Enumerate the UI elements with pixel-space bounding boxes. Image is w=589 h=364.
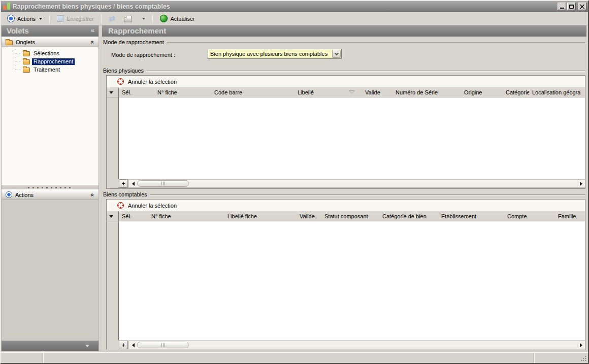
column-header-sel[interactable]: Sél. (119, 212, 148, 221)
column-header-origine[interactable]: Origine (461, 88, 503, 97)
horizontal-scrollbar[interactable] (128, 179, 585, 188)
toolbar-separator (110, 202, 110, 210)
refresh-button[interactable]: Actualiser (156, 13, 199, 24)
sidebar-group-onglets[interactable]: Onglets « (2, 37, 99, 47)
row-header-column (107, 97, 119, 179)
tree-item-selections[interactable]: Sélections (2, 49, 99, 57)
mode-group-label: Mode de rapprochement (103, 39, 585, 45)
physical-assets-grid: Annuler la sélection Sél. N° fiche Code … (106, 75, 585, 189)
maximize-icon (569, 5, 574, 9)
bottom-bar-spacer (107, 340, 118, 350)
column-header-compte[interactable]: Compte (504, 212, 555, 221)
cancel-selection-button[interactable]: Annuler la sélection (114, 77, 180, 86)
sidebar-title: Volets (7, 26, 29, 35)
column-header-famille[interactable]: Famille (555, 212, 585, 221)
status-panel-right (534, 353, 588, 363)
folder-icon (23, 68, 30, 73)
column-header-localisation[interactable]: Localisation géogra (529, 88, 585, 97)
sidebar-header: Volets « (2, 25, 99, 37)
cancel-icon (117, 78, 124, 85)
scrollbar-thumb[interactable] (137, 180, 189, 187)
accounting-group-label: Biens comptables (103, 191, 585, 197)
mode-combobox[interactable]: Bien physique avec plusieurs biens compt… (208, 49, 342, 59)
scroll-right-button[interactable] (577, 341, 585, 349)
column-header-etablissement[interactable]: Etablissement (438, 212, 504, 221)
status-panel-main (43, 353, 534, 363)
title-bar: Rapprochement biens physiques / biens co… (1, 1, 588, 12)
maximize-button[interactable] (567, 3, 576, 10)
sync-icon: ⇄ (109, 15, 115, 22)
column-header-numero-serie[interactable]: Numéro de Série (392, 88, 461, 97)
combobox-dropdown-button[interactable] (332, 50, 341, 58)
arrow-left-icon (132, 343, 135, 347)
bottom-bar-spacer (107, 179, 118, 188)
arrow-left-icon (132, 182, 135, 186)
tree-connector (15, 65, 21, 74)
close-icon (580, 5, 584, 9)
scrollbar-thumb[interactable] (137, 342, 189, 348)
main-toolbar: Actions Enregistrer ⇄ Actualiser (1, 12, 588, 25)
column-header-code-barre[interactable]: Code barre (211, 88, 294, 97)
column-header-no-fiche[interactable]: N° fiche (148, 212, 224, 221)
accounting-grid-header: Sél. N° fiche Libellé fiche Valide Statu… (107, 212, 585, 221)
window-title: Rapprochement biens physiques / biens co… (13, 3, 558, 10)
print-options-dropdown[interactable] (137, 13, 149, 24)
status-panel-left (1, 353, 43, 363)
cancel-selection-button[interactable]: Annuler la sélection (114, 201, 180, 210)
scroll-left-button[interactable] (129, 341, 137, 349)
tree-item-rapprochement[interactable]: Rapprochement (2, 57, 99, 65)
scroll-right-button[interactable] (577, 180, 585, 187)
collapse-group-icon[interactable]: « (89, 40, 96, 44)
column-header-valide[interactable]: Valide (297, 212, 321, 221)
select-all-cell[interactable] (107, 88, 119, 97)
tree-connector (15, 49, 21, 57)
sidebar-group-actions[interactable]: Actions « (2, 189, 99, 200)
physical-grid-toolbar: Annuler la sélection (107, 76, 585, 88)
column-header-categorie-bien[interactable]: Catégorie de bien (379, 212, 438, 221)
sync-button[interactable]: ⇄ (105, 13, 119, 24)
chevron-down-icon (109, 215, 113, 218)
row-header-column (107, 221, 119, 340)
printer-icon (124, 17, 132, 22)
page-title: Rapprochement (108, 26, 166, 35)
save-button[interactable]: Enregistrer (53, 13, 98, 24)
thumb-grip-icon (161, 343, 162, 347)
add-row-button[interactable]: + (119, 341, 128, 349)
actions-menu-button[interactable]: Actions (3, 13, 46, 24)
chevron-down-icon (85, 345, 89, 347)
sidebar-collapse-button[interactable]: « (91, 28, 94, 33)
scroll-left-button[interactable] (129, 180, 137, 187)
chevron-down-icon (142, 18, 145, 20)
actions-target-icon (6, 191, 12, 198)
column-header-valide[interactable]: Valide (362, 88, 392, 97)
add-row-button[interactable]: + (119, 179, 128, 188)
print-button[interactable] (120, 13, 136, 24)
sidebar-footer-bar[interactable] (2, 341, 99, 351)
chevron-down-icon (109, 91, 113, 94)
folder-icon (6, 40, 13, 45)
combobox-value: Bien physique avec plusieurs biens compt… (208, 51, 332, 57)
sidebar-splitter[interactable] (2, 185, 99, 189)
accounting-grid-bottom-bar: + (107, 340, 585, 350)
column-header-no-fiche[interactable]: N° fiche (154, 88, 211, 97)
cancel-icon (117, 202, 124, 209)
minimize-button[interactable] (558, 3, 566, 10)
collapse-group-icon[interactable]: « (89, 193, 96, 196)
column-header-statut-composant[interactable]: Statut composant (321, 212, 379, 221)
tree-connector (15, 57, 21, 65)
select-all-cell[interactable] (107, 212, 119, 221)
close-button[interactable] (578, 3, 586, 10)
minimize-icon (560, 8, 564, 9)
column-header-libelle[interactable]: Libellé (294, 88, 362, 97)
resize-grip[interactable] (585, 360, 586, 361)
tree-item-traitement[interactable]: Traitement (2, 65, 99, 74)
actions-target-icon (7, 15, 15, 22)
toolbar-separator (49, 14, 50, 23)
sort-indicator-icon (349, 90, 355, 94)
horizontal-scrollbar[interactable] (128, 341, 585, 349)
physical-grid-body (107, 97, 585, 179)
column-header-libelle-fiche[interactable]: Libellé fiche (224, 212, 297, 221)
column-header-categorie[interactable]: Catégorie (503, 88, 529, 97)
column-header-sel[interactable]: Sél. (119, 88, 154, 97)
physical-grid-bottom-bar: + (107, 179, 585, 188)
